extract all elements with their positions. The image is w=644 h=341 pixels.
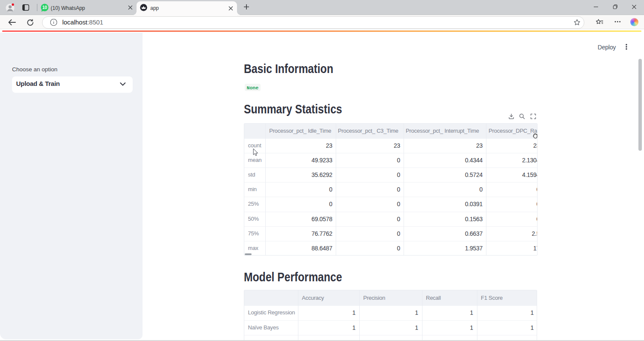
svg-text:10: 10 bbox=[42, 5, 47, 10]
